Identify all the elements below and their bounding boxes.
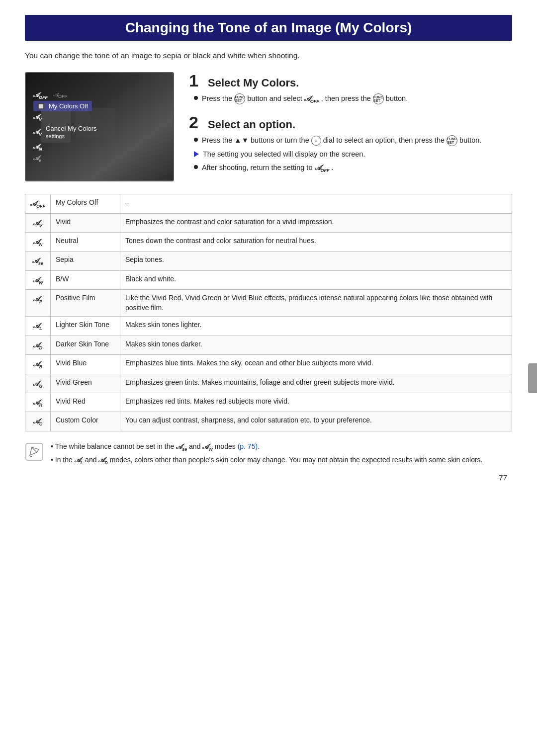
note1-link[interactable]: (p. 75)	[238, 442, 258, 450]
step2-bullet2: The setting you selected will display on…	[194, 149, 512, 160]
step2-bullet2-text: The setting you selected will display on…	[203, 149, 365, 160]
table-name-cell: My Colors Off	[51, 194, 120, 213]
step1-block: 1 Select My Colors. Press the FUNCSET bu…	[189, 72, 512, 105]
page-number: 77	[25, 473, 512, 482]
step2-header: 2 Select an option.	[189, 114, 512, 131]
camera-menu-item-extra: 𝒜e	[33, 153, 41, 165]
table-row: 𝒜G Vivid Green Emphasizes green tints. M…	[25, 374, 512, 393]
table-name-cell: Vivid Green	[51, 374, 120, 393]
camera-menu-overlay: 𝒜OFF 𝒜OFF 🔲 My Colors Off 𝒜V 𝒜V Cancel M…	[26, 73, 173, 180]
step1-bullet1: Press the FUNCSET button and select 𝒜OFF…	[194, 93, 512, 105]
step1-header: 1 Select My Colors.	[189, 72, 512, 89]
func-btn3-icon: FUNCSET	[447, 135, 457, 146]
func-btn2-icon: FUNCSET	[373, 93, 384, 104]
table-desc-cell: You can adjust contrast, sharpness, and …	[120, 412, 512, 431]
camera-menu-item-off-icon: 𝒜OFF 𝒜OFF	[33, 89, 67, 101]
dial-icon: ○	[311, 136, 321, 146]
step2-bullet1: Press the ▲▼ buttons or turn the ○ dial …	[194, 135, 512, 146]
table-row: 𝒜C Custom Color You can adjust contrast,…	[25, 412, 512, 431]
table-row: 𝒜W B/W Black and white.	[25, 270, 512, 289]
table-icon-cell: 𝒜C	[25, 412, 51, 431]
table-icon-cell: 𝒜D	[25, 336, 51, 354]
note-pencil-icon	[25, 442, 44, 461]
table-name-cell: Custom Color	[51, 412, 120, 431]
nav-tab[interactable]	[528, 363, 537, 393]
options-table: 𝒜OFF My Colors Off – 𝒜V Vivid Emphasizes…	[25, 194, 512, 431]
table-desc-cell: Sepia tones.	[120, 252, 512, 270]
step2-block: 2 Select an option. Press the ▲▼ buttons…	[189, 114, 512, 174]
step2-bullet3-text: After shooting, return the setting to 𝒜O…	[202, 163, 334, 174]
table-desc-cell: Tones down the contrast and color satura…	[120, 233, 512, 252]
table-row: 𝒜N Neutral Tones down the contrast and c…	[25, 233, 512, 252]
table-row: 𝒜OFF My Colors Off –	[25, 194, 512, 213]
camera-screen: 𝒜OFF 𝒜OFF 🔲 My Colors Off 𝒜V 𝒜V Cancel M…	[25, 72, 174, 181]
camera-menu-item-mycolors-off: 🔲 My Colors Off	[33, 101, 92, 111]
step1-title: Select My Colors.	[208, 77, 299, 89]
table-row: 𝒜R Vivid Red Emphasizes red tints. Makes…	[25, 393, 512, 412]
bullet3-circle-icon	[194, 165, 198, 169]
table-desc-cell: –	[120, 194, 512, 213]
table-name-cell: Vivid Blue	[51, 355, 120, 374]
table-icon-cell: 𝒜R	[25, 393, 51, 412]
table-row: 𝒜V Vivid Emphasizes the contrast and col…	[25, 213, 512, 232]
table-icon-cell: 𝒜se	[25, 252, 51, 270]
table-row: 𝒜se Sepia Sepia tones.	[25, 252, 512, 270]
step1-number: 1	[189, 72, 203, 89]
table-desc-cell: Emphasizes blue tints. Makes the sky, oc…	[120, 355, 512, 374]
table-desc-cell: Black and white.	[120, 270, 512, 289]
bullet-circle-icon	[194, 96, 198, 100]
table-name-cell: Sepia	[51, 252, 120, 270]
page-title: Changing the Tone of an Image (My Colors…	[25, 15, 512, 41]
table-name-cell: Vivid Red	[51, 393, 120, 412]
step2-bullets: Press the ▲▼ buttons or turn the ○ dial …	[189, 135, 512, 174]
table-name-cell: Neutral	[51, 233, 120, 252]
table-row: 𝒜P Positive Film Like the Vivid Red, Viv…	[25, 290, 512, 317]
table-name-cell: Vivid	[51, 213, 120, 232]
table-desc-cell: Makes skin tones darker.	[120, 336, 512, 354]
note2-text: • In the 𝒜L and 𝒜D modes, colors other t…	[51, 455, 512, 466]
camera-menu-item-vivid: 𝒜V	[33, 111, 42, 123]
step2-bullet3: After shooting, return the setting to 𝒜O…	[194, 163, 512, 174]
intro-text: You can change the tone of an image to s…	[25, 50, 512, 61]
table-icon-cell: 𝒜P	[25, 290, 51, 317]
camera-image: 𝒜OFF 𝒜OFF 🔲 My Colors Off 𝒜V 𝒜V Cancel M…	[26, 73, 173, 180]
bullet-triangle-icon	[194, 151, 199, 157]
table-name-cell: B/W	[51, 270, 120, 289]
note1-text: • The white balance cannot be set in the…	[51, 441, 512, 453]
camera-menu-item-neutral: 𝒜N	[33, 141, 42, 153]
note-box: • The white balance cannot be set in the…	[25, 441, 512, 469]
table-icon-cell: 𝒜OFF	[25, 194, 51, 213]
top-section: 𝒜OFF 𝒜OFF 🔲 My Colors Off 𝒜V 𝒜V Cancel M…	[25, 72, 512, 183]
table-name-cell: Lighter Skin Tone	[51, 317, 120, 336]
table-icon-cell: 𝒜N	[25, 233, 51, 252]
table-icon-cell: 𝒜B	[25, 355, 51, 374]
camera-menu-item-cancel: 𝒜V Cancel My Colorssettings	[33, 123, 97, 141]
svg-rect-4	[26, 443, 43, 460]
table-desc-cell: Emphasizes green tints. Makes mountains,…	[120, 374, 512, 393]
table-row: 𝒜D Darker Skin Tone Makes skin tones dar…	[25, 336, 512, 354]
table-desc-cell: Emphasizes the contrast and color satura…	[120, 213, 512, 232]
table-icon-cell: 𝒜L	[25, 317, 51, 336]
table-name-cell: Darker Skin Tone	[51, 336, 120, 354]
table-desc-cell: Emphasizes red tints. Makes red subjects…	[120, 393, 512, 412]
step2-bullet1-text: Press the ▲▼ buttons or turn the ○ dial …	[202, 135, 481, 146]
table-desc-cell: Makes skin tones lighter.	[120, 317, 512, 336]
step2-number: 2	[189, 114, 203, 131]
table-icon-cell: 𝒜G	[25, 374, 51, 393]
step1-bullets: Press the FUNCSET button and select 𝒜OFF…	[189, 93, 512, 105]
table-row: 𝒜L Lighter Skin Tone Makes skin tones li…	[25, 317, 512, 336]
step1-bullet1-text: Press the FUNCSET button and select 𝒜OFF…	[202, 93, 408, 105]
bullet2-circle-icon	[194, 138, 198, 142]
steps-section: 1 Select My Colors. Press the FUNCSET bu…	[189, 72, 512, 183]
table-icon-cell: 𝒜V	[25, 213, 51, 232]
table-name-cell: Positive Film	[51, 290, 120, 317]
note-content: • The white balance cannot be set in the…	[51, 441, 512, 469]
step2-title: Select an option.	[208, 118, 295, 131]
table-icon-cell: 𝒜W	[25, 270, 51, 289]
table-desc-cell: Like the Vivid Red, Vivid Green or Vivid…	[120, 290, 512, 317]
table-row: 𝒜B Vivid Blue Emphasizes blue tints. Mak…	[25, 355, 512, 374]
func-btn-icon: FUNCSET	[234, 93, 245, 104]
